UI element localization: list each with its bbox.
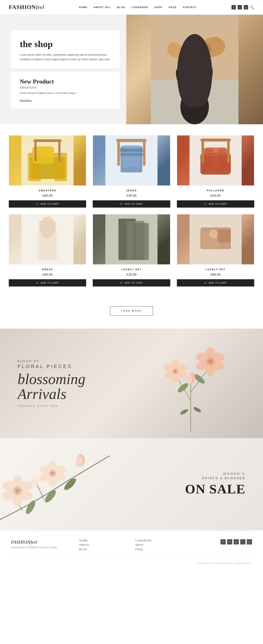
product-card-p1: SWEATERS £40.00 🛒 ADD TO CART [9,135,86,208]
product-image-p4 [9,214,86,264]
product-svg-p5 [93,214,170,264]
product-img-wrapper-p6 [177,214,254,264]
nav-shop[interactable]: SHOP [154,6,162,8]
add-to-cart-label-p1: ADD TO CART [41,203,59,205]
hero-right [126,15,263,124]
svg-rect-20 [118,140,120,166]
nav-about[interactable]: ABOUT US [94,6,111,8]
footer-link-lookbook[interactable]: LOOKBOOK [136,539,184,542]
cart-icon-p2: 🛒 [120,202,124,206]
add-to-cart-p5[interactable]: 🛒 ADD TO CART [93,279,170,286]
product-name-p1: SWEATERS [38,189,56,192]
svg-point-96 [33,482,37,488]
social-pinterest-icon[interactable]: p [244,5,248,10]
svg-point-57 [209,360,212,363]
social-twitter-icon[interactable]: t [238,5,242,10]
logo[interactable]: FASHIONfeel [9,4,44,10]
nav-lookbook[interactable]: LOOKBOOK [132,6,148,8]
footer-link-shop[interactable]: SHOP [136,544,184,546]
cart-icon-p1: 🛒 [36,202,40,206]
hero-title: the shop [20,39,111,49]
product-svg-p6 [177,214,254,264]
arrivals-text: Arrivals [18,386,86,401]
bunch-text: BUNCH OF [18,360,86,363]
add-to-cart-p3[interactable]: 🛒 ADD TO CART [177,200,254,208]
products-section: SWEATERS £40.00 🛒 ADD TO CART [0,124,263,298]
footer-nav-col2: LOOKBOOKSHOPFAQS [136,539,184,552]
add-to-cart-label-p2: ADD TO CART [125,203,143,205]
womens-label: WOMEN'S [185,472,246,476]
footer-link-faqs[interactable]: FAQS [136,548,184,550]
product-img-p4 [9,214,86,264]
footer-link-about[interactable]: ABOUT [79,544,128,546]
footer-logo[interactable]: FASHIONfeel [11,539,71,545]
add-to-cart-p2[interactable]: 🛒 ADD TO CART [93,200,170,208]
svg-point-98 [35,478,41,482]
product-image-p5 [93,214,170,264]
svg-rect-10 [54,153,67,181]
svg-rect-38 [134,223,149,260]
floral-right-decoration [118,328,263,438]
search-button[interactable]: 🔍 [250,5,254,10]
footer-youtube-icon[interactable]: y [247,539,252,544]
on-sale-flowers-svg [0,438,132,530]
product-svg-p4 [9,214,86,264]
add-to-cart-p1[interactable]: 🛒 ADD TO CART [9,200,86,208]
hero-new-product-title: New Product [20,78,111,85]
add-to-cart-p4[interactable]: 🛒 ADD TO CART [9,279,86,286]
load-more-section: LOAD MORE [0,298,263,328]
product-img-wrapper-p2 [93,135,170,186]
hero-left: the shop Lorem ipsum dolor sit amet, con… [0,15,126,124]
product-img-wrapper-p1 [9,135,86,186]
footer-link-blog[interactable]: BLOG [79,548,128,550]
nav-home[interactable]: HOME [79,6,88,8]
footer-pinterest-icon[interactable]: p [234,539,239,544]
svg-rect-19 [120,153,143,156]
flower-decoration-svg [149,335,232,432]
footer-link-home[interactable]: HOME [79,539,128,542]
footer-nav-col1: HOMEABOUTBLOG [79,539,128,552]
load-more-button[interactable]: LOAD MORE [110,306,153,316]
social-facebook-icon[interactable]: f [232,5,236,10]
product-image-p3 [177,135,254,186]
svg-point-91 [51,472,54,475]
footer-bottom: COPYRIGHT © 2020 FASHION FEEL | TEMPLATE… [11,559,252,564]
hero-section: the shop Lorem ipsum dolor sit amet, con… [0,15,263,124]
footer-facebook-icon[interactable]: f [220,539,226,544]
product-card-p2: JEANS £35.00 🛒 ADD TO CART [93,135,170,208]
add-to-cart-label-p3: ADD TO CART [209,203,227,205]
svg-rect-29 [227,140,230,163]
svg-rect-27 [205,148,226,156]
footer-twitter-icon[interactable]: t [227,539,232,544]
footer-social-icons: ftpiy [192,539,252,544]
site-footer: FASHIONfeel Designing by TOURINGXX Creat… [0,530,263,569]
product-img-wrapper-p5 [93,214,170,264]
nav-blog[interactable]: BLOG [117,6,125,8]
nav-contact[interactable]: CONTACT [183,6,196,8]
svg-point-68 [187,374,192,384]
hero-card-top: the shop Lorem ipsum dolor sit amet, con… [11,30,120,68]
product-svg-p2 [93,136,170,186]
product-card-p4: DRESS £40.00 🛒 ADD TO CART [9,214,86,286]
on-sale-label: ON SALE [185,482,246,497]
product-price-p1: £40.00 [42,194,52,197]
trending-text: TRENDING RIGHT NOW [18,405,86,407]
svg-point-34 [40,216,55,238]
footer-instagram-icon[interactable]: i [240,539,246,544]
main-nav: HOME ABOUT US BLOG LOOKBOOK SHOP FAQS CO… [79,6,196,8]
product-card-p3: PULLOVER £24.00 🛒 ADD TO CART [177,135,254,208]
svg-point-72 [43,488,58,504]
svg-rect-18 [120,148,143,152]
site-header: FASHIONfeel HOME ABOUT US BLOG LOOKBOOK … [0,0,263,15]
hero-read-more-link[interactable]: Read More [20,99,32,102]
product-card-p5: LOVELY SET £24.00 🛒 ADD TO CART [93,214,170,286]
products-grid: SWEATERS £40.00 🛒 ADD TO CART [9,135,254,286]
product-name-p4: DRESS [42,268,53,271]
product-image-p1 [9,135,86,186]
nav-faqs[interactable]: FAQS [169,6,177,8]
svg-point-47 [176,382,190,394]
cart-icon-p6: 🛒 [204,282,208,284]
footer-logo-col: FASHIONfeel Designing by TOURINGXX Creat… [11,539,71,549]
floral-banner: BUNCH OF FLORAL PIECES blossoming Arriva… [0,328,263,438]
add-to-cart-p6[interactable]: 🛒 ADD TO CART [177,279,254,286]
